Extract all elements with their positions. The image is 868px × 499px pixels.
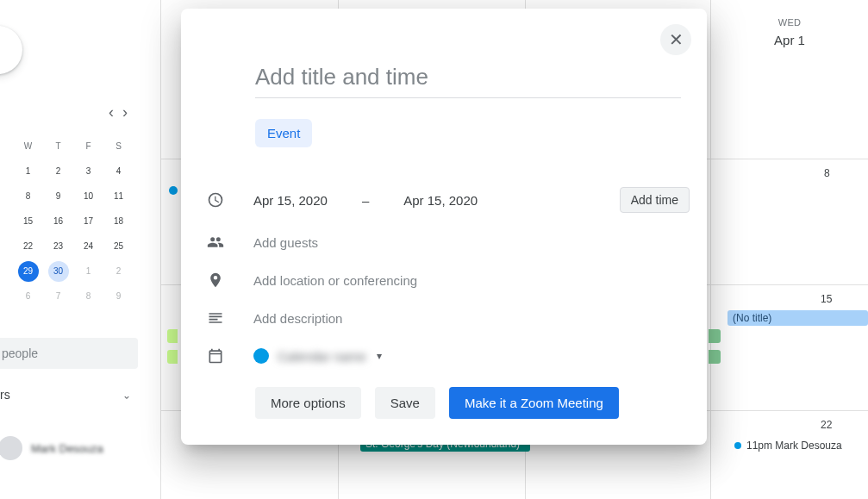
mini-calendar: ‹ › W T F S 1 2 3 4 8 9: [0, 103, 147, 309]
tab-event[interactable]: Event: [255, 119, 312, 147]
mini-day[interactable]: 18: [103, 209, 134, 234]
day-number[interactable]: 15: [821, 293, 854, 305]
day-number[interactable]: 8: [824, 167, 854, 179]
event-chip-edge: [709, 350, 721, 364]
description-row[interactable]: Add description: [205, 299, 690, 337]
zoom-meeting-button[interactable]: Make it a Zoom Meeting: [449, 387, 619, 419]
notes-icon: [205, 309, 226, 327]
location-row[interactable]: Add location or conferencing: [205, 261, 690, 299]
event-dot-icon: [169, 186, 178, 195]
clock-icon: [205, 191, 226, 209]
event-chip[interactable]: 11pm Mark Desouza: [729, 438, 847, 453]
mini-day[interactable]: 24: [73, 234, 103, 259]
location-label: Add location or conferencing: [253, 273, 417, 288]
start-date[interactable]: Apr 15, 2020: [253, 193, 328, 208]
close-icon: ✕: [669, 29, 684, 50]
my-calendars-toggle[interactable]: rs ⌃: [0, 383, 147, 407]
mini-day[interactable]: 17: [73, 209, 103, 234]
date-dash: –: [362, 193, 369, 208]
mini-dow: W: [13, 134, 43, 159]
column-header: WED Apr 1: [711, 0, 868, 47]
calendar-list-item[interactable]: Mark Desouza: [0, 436, 103, 460]
event-chip[interactable]: (No title): [727, 310, 868, 326]
mini-day[interactable]: 6: [13, 284, 43, 309]
mini-day[interactable]: 3: [73, 159, 103, 184]
event-dot-icon: [734, 442, 741, 449]
mini-day-today[interactable]: 29: [13, 259, 43, 284]
mini-day[interactable]: 25: [103, 234, 134, 259]
add-time-button[interactable]: Add time: [620, 187, 690, 213]
mini-dow: F: [73, 134, 103, 159]
date-row: Apr 15, 2020 – Apr 15, 2020 Add time: [205, 177, 690, 223]
event-title-input[interactable]: Add title and time: [255, 62, 681, 98]
chevron-down-icon: ▾: [377, 350, 382, 362]
quick-create-dialog: ✕ Add title and time Event Apr 15, 2020 …: [181, 9, 707, 445]
mini-day[interactable]: 2: [103, 259, 134, 284]
mini-day[interactable]: 4: [103, 159, 134, 184]
location-icon: [205, 271, 226, 289]
chevron-left-icon[interactable]: ‹: [109, 103, 114, 122]
mini-day-selected[interactable]: 30: [43, 259, 73, 284]
mini-day[interactable]: 9: [43, 184, 73, 209]
calendar-select-row[interactable]: Calendar name ▾: [205, 337, 690, 375]
description-label: Add description: [253, 311, 342, 326]
guests-row[interactable]: Add guests: [205, 223, 690, 261]
mini-day[interactable]: 15: [13, 209, 43, 234]
end-date[interactable]: Apr 15, 2020: [403, 193, 478, 208]
mini-day[interactable]: 8: [73, 284, 103, 309]
mini-day[interactable]: 22: [13, 234, 43, 259]
mini-day[interactable]: 2: [43, 159, 73, 184]
more-options-button[interactable]: More options: [255, 387, 361, 419]
event-label: 11pm Mark Desouza: [746, 440, 842, 452]
mini-day[interactable]: 1: [13, 159, 43, 184]
mini-dow: S: [103, 134, 134, 159]
mini-dow: T: [43, 134, 73, 159]
event-chip-edge: [167, 350, 178, 364]
calendar-owner-name: Mark Desouza: [31, 442, 103, 455]
event-chip-edge: [709, 329, 721, 343]
day-of-week-label: WED: [711, 17, 868, 28]
chevron-up-icon: ⌃: [122, 389, 131, 401]
section-label: rs: [0, 388, 10, 402]
day-number[interactable]: 22: [821, 419, 854, 431]
people-icon: [205, 234, 226, 251]
mini-day[interactable]: 10: [73, 184, 103, 209]
calendar-color-dot: [253, 348, 269, 364]
calendar-icon: [205, 347, 226, 365]
create-fab[interactable]: [0, 26, 22, 74]
mini-day[interactable]: 7: [43, 284, 73, 309]
mini-day[interactable]: 8: [13, 184, 43, 209]
mini-day[interactable]: 16: [43, 209, 73, 234]
calendar-name: Calendar name: [278, 349, 366, 364]
avatar: [0, 436, 22, 460]
chevron-right-icon[interactable]: ›: [122, 103, 128, 122]
search-people-input[interactable]: people: [0, 338, 138, 369]
mini-day[interactable]: 9: [103, 284, 134, 309]
mini-day[interactable]: 11: [103, 184, 134, 209]
mini-day[interactable]: 23: [43, 234, 73, 259]
close-button[interactable]: ✕: [660, 24, 691, 55]
sidebar: ‹ › W T F S 1 2 3 4 8 9: [0, 0, 147, 499]
guests-label: Add guests: [253, 235, 318, 250]
save-button[interactable]: Save: [375, 387, 435, 419]
date-label: Apr 1: [711, 33, 868, 47]
mini-day[interactable]: 1: [73, 259, 103, 284]
event-chip-edge: [167, 329, 178, 343]
